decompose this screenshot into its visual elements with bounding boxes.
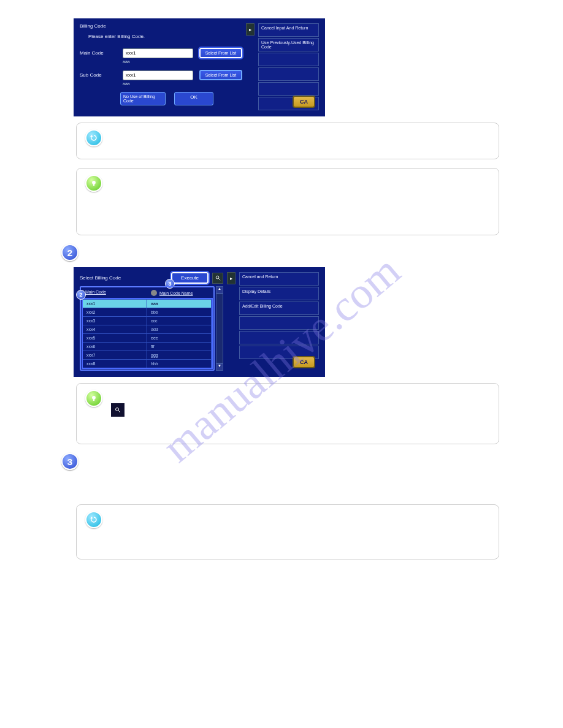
sub-code-label: Sub Code (80, 72, 117, 78)
execute-button[interactable]: Execute (171, 272, 209, 284)
select-billing-code-panel: Select Billing Code Execute 3 2 Main Cod… (74, 267, 325, 377)
sub-select-from-list-button[interactable]: Select From List (199, 70, 242, 80)
side-empty-1 (258, 53, 319, 66)
search-icon-inline (111, 403, 124, 417)
info-callout-return (76, 123, 499, 159)
svg-point-0 (92, 181, 96, 184)
scroll-down-icon[interactable]: ▼ (216, 363, 223, 371)
ok-button[interactable]: OK (174, 92, 213, 105)
col-main-code[interactable]: Main Code (82, 288, 147, 298)
return-icon (85, 129, 102, 146)
side-display-details[interactable]: Display Details (239, 287, 319, 300)
side-empty-3 (258, 82, 319, 96)
side-empty-1 (239, 316, 319, 330)
list-row[interactable]: xxx4ddd (83, 325, 212, 333)
side-cancel-input-return[interactable]: Cancel Input And Return (258, 23, 319, 37)
info-callout-return-2 (76, 504, 499, 559)
billing-code-list: xxx1aaa xxx2bbb xxx3ccc xxx4ddd xxx5eee … (82, 298, 213, 369)
svg-line-3 (218, 278, 220, 280)
panel-title: Billing Code (80, 23, 242, 29)
side-empty-2 (258, 67, 319, 81)
ca-button[interactable]: CA (293, 96, 315, 108)
side-panel-toggle[interactable]: ▸ (227, 272, 236, 284)
search-button[interactable] (212, 273, 223, 284)
list-row[interactable]: xxx7ggg (83, 351, 212, 359)
list-scrollbar[interactable]: ▲ ▼ (216, 286, 223, 371)
list-row[interactable]: xxx3ccc (83, 316, 212, 325)
col-main-code-name[interactable]: Main Code Name (159, 291, 193, 295)
list-row[interactable]: xxx1aaa (83, 299, 212, 308)
list-row[interactable]: xxx5eee (83, 333, 212, 342)
main-code-label: Main Code (80, 50, 117, 56)
scroll-up-icon[interactable]: ▲ (216, 286, 223, 294)
panel-subtitle: Please enter Billing Code. (88, 34, 242, 39)
sub-code-hint: aaa (123, 82, 242, 86)
side-add-edit-billing-code[interactable]: Add/Edit Billing Code (239, 301, 319, 315)
chevron-right-icon: ▸ (249, 27, 251, 32)
sort-icon (151, 290, 157, 296)
list-row[interactable]: xxx8hhh (83, 359, 212, 368)
lightbulb-icon (85, 390, 102, 407)
return-icon (85, 511, 102, 528)
sub-code-input[interactable] (123, 70, 193, 80)
ca-button[interactable]: CA (293, 356, 315, 368)
svg-rect-1 (93, 184, 94, 186)
side-cancel-return[interactable]: Cancel and Return (239, 272, 319, 286)
panel2-title: Select Billing Code (80, 275, 167, 281)
callout-marker-2: 2 (76, 290, 86, 300)
list-row[interactable]: xxx2bbb (83, 308, 212, 316)
billing-code-entry-panel: Billing Code Please enter Billing Code. … (74, 18, 325, 116)
side-use-previous-code[interactable]: Use Previously-Used Billing Code (258, 38, 319, 51)
list-row[interactable]: xxx6fff (83, 342, 212, 351)
tip-callout-2 (76, 383, 499, 444)
step-2-marker: 2 (61, 244, 79, 261)
lightbulb-icon (85, 175, 102, 192)
step-3-marker: 3 (61, 453, 79, 470)
no-use-billing-code-button[interactable]: No Use of Billing Code (120, 92, 166, 105)
main-code-hint: aaa (123, 59, 242, 64)
svg-point-4 (92, 396, 96, 400)
svg-rect-5 (93, 399, 94, 401)
side-empty-2 (239, 331, 319, 344)
side-panel-toggle[interactable]: ▸ (246, 23, 255, 36)
main-code-input[interactable] (123, 48, 193, 58)
svg-point-2 (216, 276, 219, 279)
chevron-right-icon: ▸ (230, 276, 232, 281)
search-icon (215, 275, 221, 281)
tip-callout-1 (76, 168, 499, 235)
svg-point-6 (116, 408, 119, 411)
svg-line-7 (118, 411, 120, 412)
list-header: Main Code Main Code Name (82, 288, 213, 298)
main-select-from-list-button[interactable]: Select From List (199, 48, 242, 58)
